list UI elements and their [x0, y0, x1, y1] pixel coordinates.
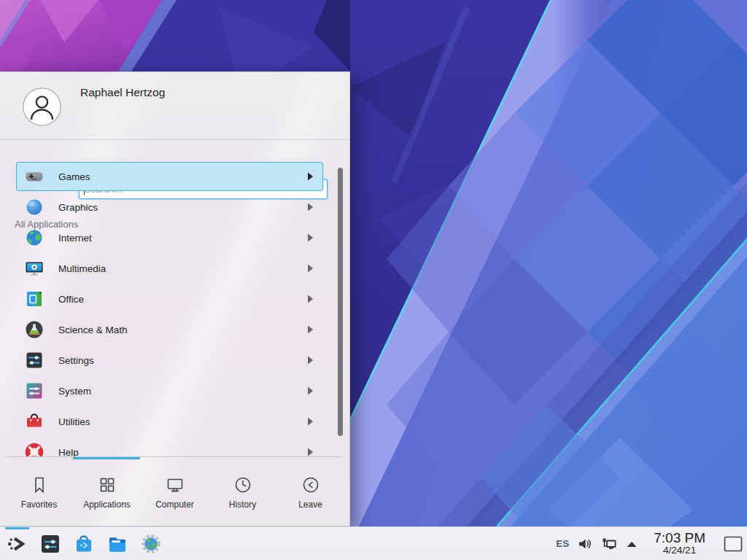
pinned-apps	[0, 529, 163, 559]
folder-icon	[107, 533, 128, 555]
submenu-arrow-icon	[308, 387, 313, 395]
clock-time: 7:03 PM	[654, 531, 705, 545]
desktop: Raphael Hertzog All Applications	[0, 0, 747, 560]
category-label: Graphics	[58, 202, 98, 213]
tab-label: Favorites	[21, 499, 57, 510]
discover-bag-icon	[73, 533, 95, 555]
settings-app-icon	[39, 533, 61, 555]
submenu-arrow-icon	[308, 203, 313, 211]
category-label: Office	[58, 294, 84, 305]
submenu-arrow-icon	[308, 418, 313, 426]
user-name: Raphael Hertzog	[80, 86, 165, 99]
submenu-arrow-icon	[308, 295, 313, 303]
system-settings-button[interactable]	[38, 529, 63, 559]
launcher-tab-bar: Favorites Applications Computer	[0, 459, 349, 526]
kickoff-icon	[6, 533, 28, 555]
category-label: Games	[58, 171, 90, 182]
category-label: Settings	[58, 355, 94, 366]
toolbox-icon	[24, 411, 44, 432]
leave-circle-icon	[301, 475, 320, 494]
category-utilities[interactable]: Utilities	[16, 407, 323, 436]
category-settings[interactable]: Settings	[16, 346, 323, 375]
tab-leave[interactable]: Leave	[276, 459, 344, 526]
category-label: Multimedia	[58, 263, 106, 274]
submenu-arrow-icon	[308, 326, 313, 334]
network-icon[interactable]	[601, 537, 617, 551]
grid-icon	[98, 475, 117, 494]
tab-label: Computer	[155, 499, 194, 510]
category-science-math[interactable]: Science & Math	[16, 315, 323, 344]
category-office[interactable]: Office	[16, 284, 323, 314]
submenu-arrow-icon	[308, 173, 313, 181]
bookmark-icon	[30, 475, 49, 494]
tab-label: Leave	[298, 499, 322, 510]
volume-icon[interactable]	[578, 537, 592, 551]
digital-clock[interactable]: 7:03 PM 4/24/21	[654, 531, 705, 556]
application-launcher-button[interactable]	[4, 529, 29, 559]
submenu-arrow-icon	[308, 357, 313, 365]
lifebuoy-icon	[24, 442, 44, 456]
category-label: Science & Math	[58, 324, 128, 335]
document-icon	[24, 289, 44, 309]
clock-icon	[233, 475, 252, 494]
submenu-arrow-icon	[308, 265, 313, 273]
system-tray: ES 7:03 PM	[556, 529, 747, 559]
category-label: Help	[58, 447, 79, 457]
category-list: Games Graphics	[0, 162, 349, 456]
sliders-icon	[24, 350, 44, 370]
tab-label: Applications	[83, 499, 131, 510]
keyboard-layout-indicator[interactable]: ES	[556, 538, 569, 549]
tab-history[interactable]: History	[209, 459, 276, 526]
submenu-arrow-icon	[308, 234, 313, 242]
flask-icon	[24, 319, 44, 340]
taskbar-panel: ES 7:03 PM	[0, 526, 747, 560]
gamepad-icon	[24, 166, 44, 187]
category-system[interactable]: System	[16, 376, 323, 405]
category-label: System	[58, 386, 91, 397]
media-monitor-icon	[24, 258, 44, 279]
launcher-header: Raphael Hertzog	[0, 72, 349, 140]
sphere-icon	[24, 197, 44, 217]
show-desktop-button[interactable]	[721, 529, 745, 559]
list-scrollbar[interactable]	[338, 168, 343, 436]
launcher-active-indicator	[5, 527, 29, 529]
category-label: Internet	[58, 233, 92, 244]
category-internet[interactable]: Internet	[16, 223, 323, 252]
show-desktop-icon	[723, 535, 743, 553]
tab-computer[interactable]: Computer	[141, 459, 209, 526]
submenu-arrow-icon	[308, 448, 313, 456]
category-label: Utilities	[58, 416, 90, 427]
application-launcher-menu: Raphael Hertzog All Applications	[0, 71, 350, 526]
tab-favorites[interactable]: Favorites	[5, 459, 73, 526]
category-help[interactable]: Help	[16, 438, 323, 456]
file-manager-button[interactable]	[105, 529, 130, 559]
monitor-icon	[166, 475, 185, 494]
web-browser-button[interactable]	[139, 529, 163, 559]
user-avatar[interactable]	[23, 88, 61, 126]
system-sliders-icon	[24, 381, 44, 401]
category-games[interactable]: Games	[16, 162, 323, 191]
discover-button[interactable]	[71, 529, 96, 559]
clock-date: 4/24/21	[654, 545, 705, 556]
category-graphics[interactable]: Graphics	[16, 192, 323, 222]
globe-gear-icon	[140, 533, 162, 555]
globe-icon	[24, 228, 44, 248]
footer-separator	[7, 456, 343, 457]
tab-label: History	[229, 499, 256, 510]
category-multimedia[interactable]: Multimedia	[16, 254, 323, 283]
tab-applications[interactable]: Applications	[73, 459, 141, 526]
tray-expander-arrow-icon[interactable]	[626, 540, 638, 548]
